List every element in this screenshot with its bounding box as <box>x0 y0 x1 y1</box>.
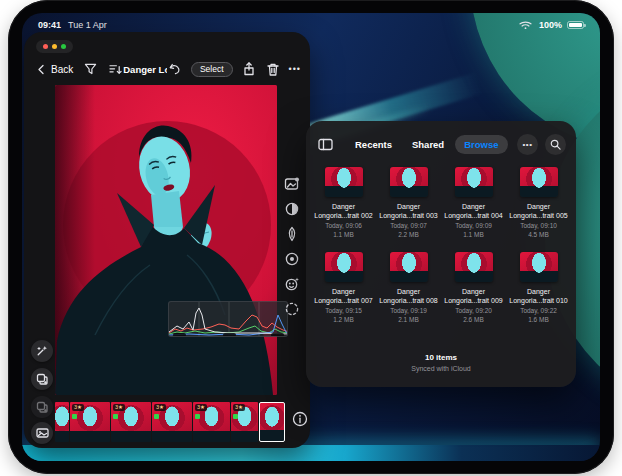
status-time: 09:41 <box>38 20 61 30</box>
file-name: Danger <box>379 287 437 296</box>
edited-flag-icon <box>113 414 118 419</box>
file-thumbnail <box>520 167 558 197</box>
rating-badge: 3★ <box>154 404 166 411</box>
effects-icon[interactable] <box>283 275 301 293</box>
file-size: 1.1 MB <box>325 231 362 240</box>
filmstrip-thumb[interactable]: 3★ <box>193 402 230 442</box>
item-count: 10 items <box>306 353 576 362</box>
file-time: Today, 09:20 <box>455 307 492 316</box>
file-item[interactable]: DangerLongoria...trait 004 Today, 09:091… <box>441 167 506 239</box>
rating-badge: 3★ <box>233 404 245 411</box>
files-tabs: Recents Shared Browse <box>346 135 508 154</box>
filmstrip-thumb[interactable]: 3★ <box>111 402 151 442</box>
file-name: Longoria...trait 004 <box>444 211 502 220</box>
rating-badge: 3★ <box>72 404 84 411</box>
vignette-icon[interactable] <box>283 250 301 268</box>
file-item[interactable]: DangerLongoria...trait 005 Today, 09:104… <box>506 167 571 239</box>
more-menu-icon[interactable]: ••• <box>517 134 538 155</box>
tab-shared[interactable]: Shared <box>403 135 453 154</box>
file-thumbnail <box>390 167 428 197</box>
rating-badge: 3★ <box>195 404 207 411</box>
window-title: Danger Longo... <box>123 64 167 75</box>
filmstrip-toggle-button[interactable] <box>31 422 53 444</box>
file-thumbnail <box>390 252 428 282</box>
tab-recents[interactable]: Recents <box>346 135 401 154</box>
search-icon[interactable] <box>545 134 566 155</box>
filter-icon[interactable] <box>82 61 98 77</box>
more-options-icon[interactable]: ••• <box>289 64 301 74</box>
filmstrip-thumb[interactable]: 3★ <box>70 402 110 442</box>
photo-canvas[interactable] <box>55 85 277 395</box>
file-size: 1.6 MB <box>520 316 557 325</box>
minimize-window-icon[interactable] <box>52 44 57 49</box>
file-name: Danger <box>509 202 567 211</box>
sidebar-toggle-icon[interactable] <box>316 135 334 153</box>
file-thumbnail <box>455 252 493 282</box>
chevron-left-icon <box>33 61 49 77</box>
select-button[interactable]: Select <box>191 62 233 77</box>
back-button[interactable]: Back <box>33 61 73 77</box>
tab-browse[interactable]: Browse <box>455 135 507 154</box>
paste-edits-button[interactable] <box>31 396 53 418</box>
zoom-window-icon[interactable] <box>61 44 66 49</box>
filmstrip-thumb[interactable]: 3★ <box>231 402 258 442</box>
filmstrip-thumb[interactable] <box>55 402 69 442</box>
file-name: Danger <box>444 287 502 296</box>
share-icon[interactable] <box>241 61 257 77</box>
grain-icon[interactable] <box>283 300 301 318</box>
auto-adjust-button[interactable] <box>31 340 53 362</box>
file-item[interactable]: DangerLongoria...trait 007 Today, 09:151… <box>311 252 376 324</box>
file-thumbnail <box>325 167 363 197</box>
filmstrip: 3★ 3★ 3★ 3★ 3★ <box>55 402 285 442</box>
sync-status: Synced with iCloud <box>306 365 576 372</box>
file-name: Longoria...trait 002 <box>314 211 372 220</box>
file-size: 2.1 MB <box>390 316 427 325</box>
file-name: Danger <box>509 287 567 296</box>
file-name: Longoria...trait 003 <box>379 211 437 220</box>
file-size: 2.6 MB <box>455 316 492 325</box>
copy-edits-button[interactable] <box>31 368 53 390</box>
file-thumbnail <box>520 252 558 282</box>
files-footer: 10 items Synced with iCloud <box>306 353 576 372</box>
file-name: Danger <box>379 202 437 211</box>
file-time: Today, 09:15 <box>325 307 362 316</box>
file-size: 4.5 MB <box>520 231 557 240</box>
white-balance-icon[interactable] <box>283 200 301 218</box>
close-window-icon[interactable] <box>43 44 48 49</box>
file-name: Longoria...trait 007 <box>314 296 372 305</box>
file-time: Today, 09:22 <box>520 307 557 316</box>
presets-icon[interactable] <box>283 175 301 193</box>
window-controls[interactable] <box>36 40 73 53</box>
sort-icon[interactable] <box>107 61 123 77</box>
filmstrip-thumb-selected[interactable] <box>259 402 285 442</box>
adjust-icon[interactable] <box>283 225 301 243</box>
undo-icon[interactable] <box>167 61 183 77</box>
file-name: Danger <box>314 287 372 296</box>
ipad-device: 09:41 Tue 1 Apr 100% <box>8 0 614 474</box>
files-grid: DangerLongoria...trait 002 Today, 09:061… <box>311 167 571 324</box>
filmstrip-thumb[interactable]: 3★ <box>152 402 192 442</box>
file-time: Today, 09:10 <box>520 222 557 231</box>
file-item[interactable]: DangerLongoria...trait 002 Today, 09:061… <box>311 167 376 239</box>
photo-editor-window: Back Danger Longo... Select <box>24 32 310 448</box>
info-button[interactable] <box>290 409 310 429</box>
file-thumbnail <box>325 252 363 282</box>
file-size: 2.2 MB <box>390 231 427 240</box>
rating-badge: 3★ <box>113 404 125 411</box>
edited-flag-icon <box>154 414 159 419</box>
edited-flag-icon <box>72 414 77 419</box>
ipad-screen: 09:41 Tue 1 Apr 100% <box>22 13 600 461</box>
file-name: Longoria...trait 008 <box>379 296 437 305</box>
battery-percent: 100% <box>539 20 562 30</box>
file-item[interactable]: DangerLongoria...trait 010 Today, 09:221… <box>506 252 571 324</box>
file-item[interactable]: DangerLongoria...trait 003 Today, 09:072… <box>376 167 441 239</box>
file-time: Today, 09:19 <box>390 307 427 316</box>
file-item[interactable]: DangerLongoria...trait 009 Today, 09:202… <box>441 252 506 324</box>
file-item[interactable]: DangerLongoria...trait 008 Today, 09:192… <box>376 252 441 324</box>
edited-flag-icon <box>233 414 238 419</box>
file-size: 1.2 MB <box>325 316 362 325</box>
file-name: Danger <box>444 202 502 211</box>
file-thumbnail <box>455 167 493 197</box>
battery-icon <box>567 21 584 29</box>
trash-icon[interactable] <box>265 61 281 77</box>
